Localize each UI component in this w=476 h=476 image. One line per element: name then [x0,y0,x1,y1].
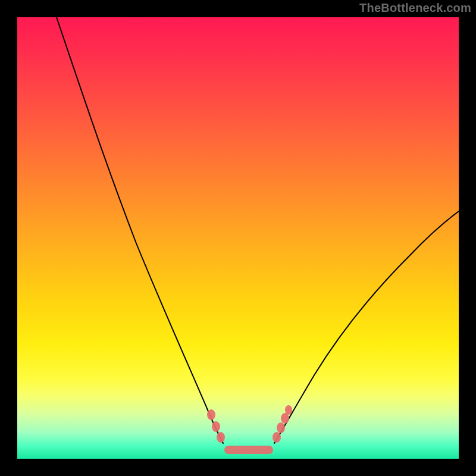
right-marker-1 [273,432,281,443]
left-curve [57,17,223,443]
chart-svg [17,17,459,459]
bottom-marker-bar [224,446,273,454]
outer-frame: TheBottleneck.com [0,0,476,476]
left-marker-2 [212,421,220,432]
right-curve [274,211,459,443]
plot-area [17,17,459,459]
right-marker-4 [285,405,292,415]
left-marker-1 [207,409,215,420]
watermark-text: TheBottleneck.com [359,1,471,15]
right-marker-2 [277,422,285,433]
left-marker-3 [217,432,225,443]
